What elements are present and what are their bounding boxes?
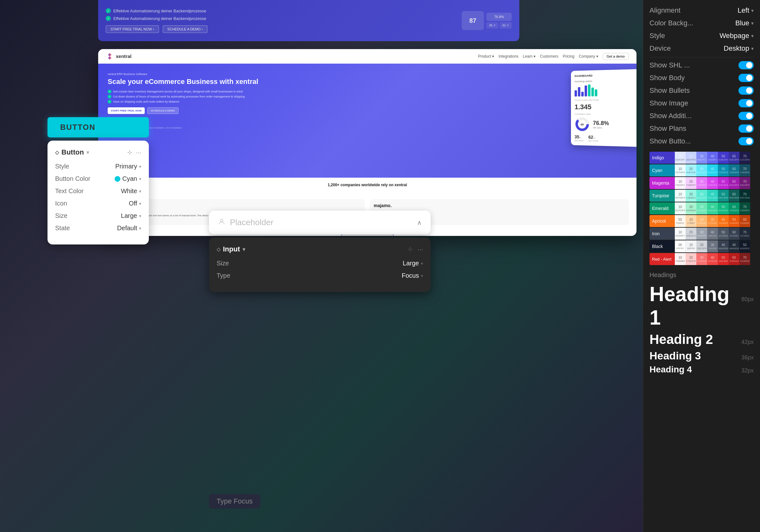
red-swatch-60[interactable]: 60D2B018 xyxy=(729,253,739,265)
iron-swatch-50[interactable]: 502C34A1 xyxy=(718,228,729,240)
emerald-swatch-10[interactable]: 10ECFDF5 xyxy=(675,202,686,215)
placeholder-input[interactable]: Placeholder ∧ xyxy=(209,211,431,234)
iron-swatch-25[interactable]: 25A0B3C3 xyxy=(686,228,696,240)
black-swatch-20[interactable]: 20D8C0P8 xyxy=(696,240,707,252)
red-swatch-10[interactable]: 10F4B9B9 xyxy=(675,253,686,265)
indigo-swatch-40[interactable]: 40C0D8F1 xyxy=(707,152,718,164)
apricot-swatch-60[interactable]: 50D2A094 xyxy=(729,215,739,227)
emerald-swatch-20[interactable]: 20A6A8D0 xyxy=(686,202,696,215)
magenta-swatch-20[interactable]: 20F4B9F9 xyxy=(686,177,696,189)
iron-swatch-40[interactable]: 403341A1 xyxy=(707,228,718,240)
show-bullets-toggle[interactable] xyxy=(738,86,754,95)
red-swatch-40[interactable]: 40D20D08 xyxy=(707,253,718,265)
red-swatch-70[interactable]: 70D2A0F8 xyxy=(739,253,750,265)
dots-icon[interactable]: ··· xyxy=(136,149,141,156)
apricot-swatch-10[interactable]: 50FDE01 xyxy=(675,215,686,227)
nav-integrations[interactable]: Integrations xyxy=(499,54,518,59)
emerald-swatch-40[interactable]: 40A6A8A0 xyxy=(707,202,718,215)
iron-swatch-30[interactable]: 303844A4 xyxy=(696,228,707,240)
button-preview[interactable]: BUTTON xyxy=(48,117,149,137)
black-swatch-60[interactable]: 50A2A3D2 xyxy=(739,240,750,252)
cyan-swatch-70[interactable]: 70C4D8F8 xyxy=(739,164,750,176)
nav-pricing[interactable]: Pricing xyxy=(563,54,574,59)
iron-swatch-60[interactable]: 602C34A1 xyxy=(729,228,739,240)
state-value[interactable]: Default ▾ xyxy=(117,224,141,232)
black-swatch-10[interactable]: 1080PF8 xyxy=(686,240,696,252)
input-size-value[interactable]: Large ▾ xyxy=(403,260,423,267)
emerald-swatch-60[interactable]: 60C6A8D0 xyxy=(729,202,739,215)
top-snippet-btn2[interactable]: SCHEDULE A DEMO › xyxy=(163,25,208,33)
cyan-swatch-10[interactable]: 10CFFAFE xyxy=(675,164,686,176)
input-move-icon[interactable]: ⊹ xyxy=(408,246,413,253)
turq-swatch-50[interactable]: 50D0C4D8 xyxy=(718,190,729,202)
show-shl-toggle[interactable] xyxy=(738,61,754,69)
magenta-swatch-60[interactable]: 60D4C9F9 xyxy=(729,177,739,189)
style-setting-value[interactable]: Primary ▾ xyxy=(115,163,141,170)
cyan-swatch-50[interactable]: 50C0D0F8 xyxy=(718,164,729,176)
cyan-swatch-40[interactable]: 40B0EEF9 xyxy=(707,164,718,176)
text-color-value[interactable]: White ▾ xyxy=(121,187,141,195)
placeholder-chevron-icon[interactable]: ∧ xyxy=(417,219,422,226)
style-value[interactable]: Webpage ▾ xyxy=(720,32,754,40)
magenta-swatch-40[interactable]: 40F4B9F9 xyxy=(707,177,718,189)
iron-swatch-70[interactable]: 701C2A01 xyxy=(739,228,750,240)
top-snippet-btn1[interactable]: START FREE TRIAL NOW › xyxy=(106,25,159,33)
cyan-swatch-60[interactable]: 60C0E0F8 xyxy=(729,164,739,176)
input-dots-icon[interactable]: ··· xyxy=(418,246,423,253)
turq-swatch-10[interactable]: 10EFFBF9 xyxy=(675,190,686,202)
show-body-toggle[interactable] xyxy=(738,74,754,82)
apricot-swatch-40[interactable]: 30F2A090 xyxy=(707,215,718,227)
magenta-swatch-50[interactable]: 50D4C9F9 xyxy=(718,177,729,189)
indigo-swatch-50[interactable]: 50D2B4FE xyxy=(718,152,729,164)
show-additi-toggle[interactable] xyxy=(738,112,754,120)
show-image-toggle[interactable] xyxy=(738,99,754,107)
emerald-swatch-50[interactable]: 50B6A8D0 xyxy=(718,202,729,215)
turq-swatch-20[interactable]: 20C3EBD1 xyxy=(686,190,696,202)
magenta-swatch-30[interactable]: 30F4B9F9 xyxy=(696,177,707,189)
apricot-swatch-50[interactable]: 40D2A094 xyxy=(718,215,729,227)
input-type-value[interactable]: Focus ▾ xyxy=(402,272,423,279)
black-swatch-40[interactable]: 40A6A3D8 xyxy=(718,240,729,252)
apricot-swatch-20[interactable]: 1017BE2 xyxy=(686,215,696,227)
nav-demo-btn[interactable]: Get a demo xyxy=(603,53,629,60)
cyan-swatch-20[interactable]: 20A4F1FA xyxy=(686,164,696,176)
hero-trial-btn[interactable]: START FREE TRIAL NOW xyxy=(108,107,145,114)
button-color-value[interactable]: Cyan ▾ xyxy=(115,175,141,182)
red-swatch-30[interactable]: 30F2A0C8 xyxy=(696,253,707,265)
indigo-swatch-70[interactable]: 70C2C0F8 xyxy=(739,152,750,164)
indigo-swatch-30[interactable]: 30B0B7F1 xyxy=(696,152,707,164)
alignment-value[interactable]: Left ▾ xyxy=(737,6,754,15)
icon-value[interactable]: Off ▾ xyxy=(129,200,141,207)
magenta-swatch-70[interactable]: 70D4C9F9 xyxy=(739,177,750,189)
magenta-swatch-10[interactable]: 10F9D0F2 xyxy=(675,177,686,189)
apricot-swatch-30[interactable]: 20F2B0A0 xyxy=(696,215,707,227)
emerald-swatch-70[interactable]: 70C6A8F0 xyxy=(739,202,750,215)
cyan-swatch-30[interactable]: 30B0DDF8 xyxy=(696,164,707,176)
show-butto-toggle[interactable] xyxy=(738,137,754,145)
show-plans-toggle[interactable] xyxy=(738,124,754,133)
red-swatch-50[interactable]: 50A6A308 xyxy=(718,253,729,265)
emerald-swatch-30[interactable]: 30B6A8D0 xyxy=(696,202,707,215)
black-swatch-30[interactable]: 303D0D8 xyxy=(707,240,718,252)
turq-swatch-30[interactable]: 30A6ECC7 xyxy=(696,190,707,202)
indigo-swatch-60[interactable]: 60E0C0F8 xyxy=(729,152,739,164)
turq-swatch-40[interactable]: 40B0C4D8 xyxy=(707,190,718,202)
turq-swatch-60[interactable]: 60D0C4D8 xyxy=(729,190,739,202)
nav-customers[interactable]: Customers xyxy=(540,54,558,59)
black-swatch-50[interactable]: 40A6A3D8 xyxy=(729,240,739,252)
device-value[interactable]: Desktop ▾ xyxy=(724,44,754,53)
color-bg-value[interactable]: Blue ▾ xyxy=(735,19,754,27)
hero-demo-btn[interactable]: SCHEDULE A DEMO xyxy=(147,107,178,114)
nav-company[interactable]: Company ▾ xyxy=(579,54,598,59)
size-value[interactable]: Large ▾ xyxy=(121,212,141,219)
indigo-swatch-10[interactable]: 10EEF2FF xyxy=(675,152,686,164)
nav-product[interactable]: Product ▾ xyxy=(478,54,494,59)
nav-learn[interactable]: Learn ▾ xyxy=(523,54,536,59)
move-icon[interactable]: ⊹ xyxy=(127,149,132,156)
apricot-swatch-70[interactable]: 60D2A084 xyxy=(739,215,750,227)
red-swatch-20[interactable]: 20F7B0C8 xyxy=(686,253,696,265)
iron-swatch-10[interactable]: 10D0D8F7 xyxy=(675,228,686,240)
indigo-swatch-20[interactable]: 20A0CFF6 xyxy=(686,152,696,164)
turq-swatch-70[interactable]: 70D4C4D8 xyxy=(739,190,750,202)
black-swatch-00[interactable]: 00FFFFF xyxy=(675,240,686,252)
